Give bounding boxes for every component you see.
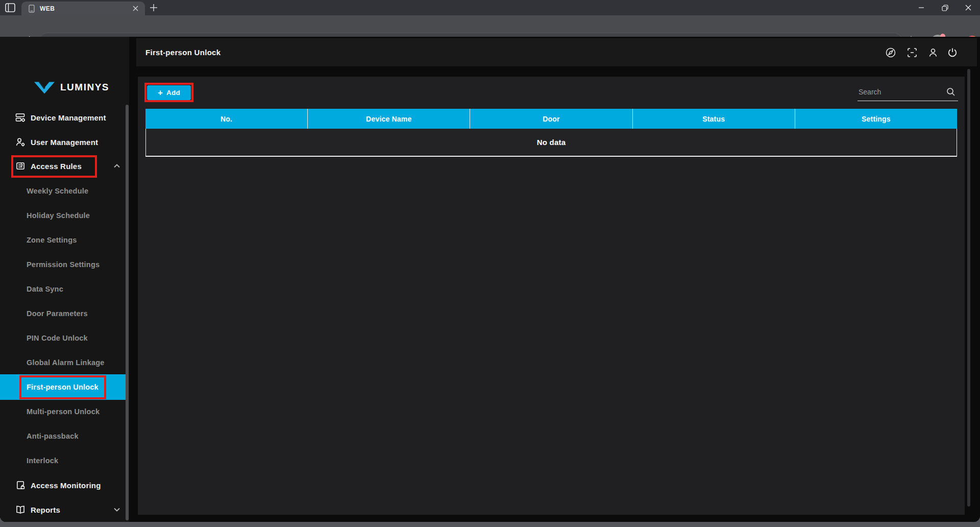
- browser-tab[interactable]: WEB: [21, 2, 145, 15]
- sidebar-subitem-holiday-schedule[interactable]: Holiday Schedule: [0, 203, 129, 228]
- browser-window: WEB: [0, 0, 980, 522]
- subitem-label: Permission Settings: [27, 260, 100, 269]
- sidebar-item-access-monitoring[interactable]: Access Monitoring: [0, 473, 129, 497]
- fullscreen-scan-icon[interactable]: [906, 46, 918, 59]
- sidebar-item-label: Access Monitoring: [31, 481, 101, 490]
- sidebar-item-label: Device Management: [31, 113, 106, 122]
- sidebar-subitem-door-parameters[interactable]: Door Parameters: [0, 301, 129, 326]
- tab-close-icon[interactable]: [131, 4, 140, 13]
- device-management-icon: [15, 112, 26, 123]
- subitem-label: Door Parameters: [27, 309, 88, 318]
- sidebar-subitem-interlock[interactable]: Interlock: [0, 448, 129, 473]
- subitem-label: Data Sync: [27, 285, 63, 293]
- user-icon[interactable]: [927, 46, 939, 59]
- column-header-no: No.: [145, 109, 307, 129]
- subitem-label: First-person Unlock: [27, 383, 99, 391]
- main-scrollbar[interactable]: [967, 69, 970, 507]
- luminys-logo-icon: [34, 80, 55, 95]
- brand-name: LUMINYS: [60, 82, 109, 93]
- window-minimize-button[interactable]: [910, 0, 933, 15]
- search-box: [857, 84, 958, 101]
- sidebar-subitem-pin-code-unlock[interactable]: PIN Code Unlock: [0, 326, 129, 350]
- subitem-label: PIN Code Unlock: [27, 334, 88, 342]
- new-tab-icon[interactable]: [149, 3, 158, 12]
- window-close-button[interactable]: [957, 0, 980, 15]
- sidebar-item-label: Access Rules: [31, 162, 82, 171]
- sidebar-item-label: Reports: [31, 506, 60, 514]
- table-empty-row: No data: [145, 129, 957, 157]
- subitem-label: Multi-person Unlock: [27, 408, 100, 416]
- browser-toolbar: Not secure 192.168.1.111/#/index/acsSett…: [0, 15, 980, 37]
- sidebar-subitem-global-alarm-linkage[interactable]: Global Alarm Linkage: [0, 350, 129, 375]
- sidebar-subitem-multi-person-unlock[interactable]: Multi-person Unlock: [0, 399, 129, 424]
- sidebar: LUMINYS Device Management User Managemen…: [0, 37, 129, 522]
- subitem-label: Anti-passback: [27, 432, 79, 440]
- window-restore-button[interactable]: [933, 0, 957, 15]
- sidebar-subitem-zone-settings[interactable]: Zone Settings: [0, 228, 129, 252]
- tab-title: WEB: [40, 5, 55, 12]
- column-header-device-name: Device Name: [307, 109, 470, 129]
- compass-icon[interactable]: [885, 46, 897, 59]
- subitem-label: Holiday Schedule: [27, 211, 90, 220]
- column-header-settings: Settings: [795, 109, 957, 129]
- browser-tabstrip: WEB: [0, 0, 980, 15]
- subitem-label: Interlock: [27, 457, 58, 465]
- search-icon[interactable]: [946, 87, 956, 97]
- empty-state-text: No data: [537, 138, 566, 147]
- tab-favicon-icon: [28, 5, 35, 13]
- app-header: First-person Unlock: [136, 38, 977, 66]
- table-header-row: No. Device Name Door Status Settings: [145, 109, 957, 129]
- subitem-label: Zone Settings: [27, 236, 77, 244]
- column-header-status: Status: [632, 109, 795, 129]
- add-button[interactable]: + Add: [147, 85, 191, 100]
- sidebar-subitem-first-person-unlock[interactable]: First-person Unlock: [0, 375, 129, 399]
- sidebar-item-device-management[interactable]: Device Management: [0, 105, 129, 130]
- chevron-down-icon: [114, 508, 120, 512]
- chevron-up-icon: [114, 164, 120, 168]
- sidebar-subitem-permission-settings[interactable]: Permission Settings: [0, 252, 129, 277]
- tab-workspaces-icon[interactable]: [5, 3, 15, 12]
- subitem-label: Weekly Schedule: [27, 187, 88, 195]
- sidebar-item-label: User Management: [31, 138, 98, 147]
- subitem-label: Global Alarm Linkage: [27, 358, 105, 367]
- sidebar-scrollbar[interactable]: [126, 105, 129, 520]
- user-management-icon: [15, 137, 26, 147]
- sidebar-subitem-data-sync[interactable]: Data Sync: [0, 277, 129, 301]
- access-monitoring-icon: [15, 480, 26, 490]
- page-title: First-person Unlock: [145, 38, 220, 66]
- search-input[interactable]: [859, 84, 943, 100]
- column-header-door: Door: [470, 109, 632, 129]
- plus-icon: +: [158, 88, 163, 97]
- sidebar-item-access-rules[interactable]: Access Rules: [0, 154, 129, 178]
- sidebar-subitem-weekly-schedule[interactable]: Weekly Schedule: [0, 179, 129, 203]
- brand-logo: LUMINYS: [34, 80, 109, 95]
- sidebar-subitem-anti-passback[interactable]: Anti-passback: [0, 424, 129, 448]
- sidebar-item-user-management[interactable]: User Management: [0, 130, 129, 154]
- access-rules-icon: [15, 161, 26, 171]
- power-icon[interactable]: [946, 46, 959, 59]
- reports-icon: [15, 505, 26, 515]
- sidebar-item-reports[interactable]: Reports: [0, 497, 129, 522]
